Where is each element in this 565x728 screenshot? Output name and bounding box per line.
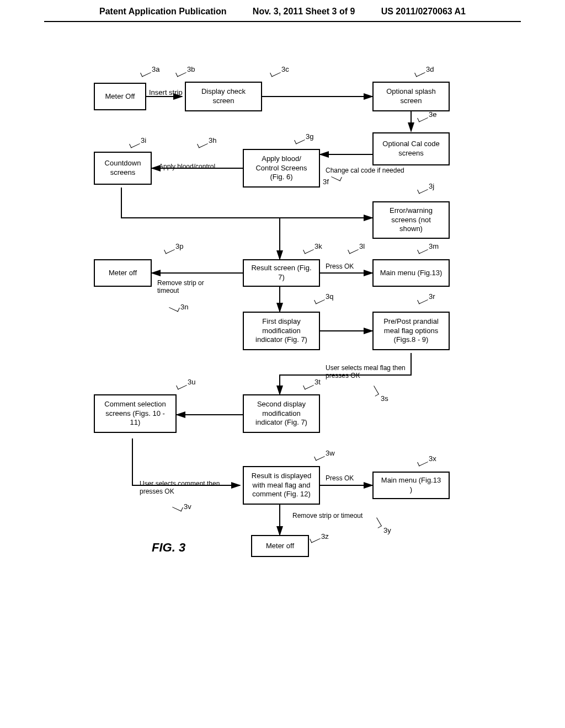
document-header: Patent Application Publication Nov. 3, 2…	[44, 0, 521, 22]
ref-label-3h: 3h	[209, 136, 216, 144]
ref-label-3d: 3d	[426, 65, 434, 73]
ref-label-3n: 3n	[180, 303, 188, 311]
ref-label-3f: 3f	[323, 178, 329, 186]
ref-label-3z: 3z	[321, 532, 329, 540]
arrow-label-change-cal: Change cal code if needed	[326, 167, 404, 174]
ref-label-3b: 3b	[187, 65, 195, 73]
ref-label-3q: 3q	[326, 292, 333, 301]
header-right: US 2011/0270063 A1	[381, 7, 466, 17]
box-meter-off: Meter Off	[94, 83, 146, 110]
arrow-label-user-selects-meal: User selects meal flag then presses OK	[326, 364, 414, 379]
box-meter-off-2: Meter off	[94, 259, 152, 287]
box-meter-off-3: Meter off	[251, 535, 309, 557]
ref-label-3v: 3v	[184, 502, 191, 511]
ref-tick	[270, 69, 281, 77]
ref-label-3k: 3k	[315, 242, 322, 250]
arrow-label-insert-strip: Insert strip	[149, 88, 183, 97]
arrow-label-user-selects-comment: User selects comment then presses OK	[140, 480, 228, 495]
box-countdown: Countdown screens	[94, 152, 152, 185]
box-result-displayed: Result is displayed with meal flag and c…	[243, 466, 320, 505]
box-display-check: Display check screen	[185, 82, 262, 111]
box-cal-code: Optional Cal code screens	[372, 132, 450, 165]
ref-label-3m: 3m	[429, 242, 439, 250]
arrow-label-press-ok-1: Press OK	[326, 263, 354, 270]
box-second-display-mod: Second display modification indicator (F…	[243, 394, 320, 433]
ref-label-3x: 3x	[429, 454, 436, 463]
ref-label-3e: 3e	[429, 110, 436, 119]
ref-label-3c: 3c	[281, 65, 289, 73]
flowchart-diagram: Meter Off 3a Insert strip 3b Display che…	[66, 77, 497, 629]
ref-label-3s: 3s	[381, 394, 388, 403]
ref-label-3j: 3j	[429, 182, 434, 190]
arrow-label-remove-strip-2: Remove strip or timeout	[292, 512, 363, 520]
arrow-label-remove-strip-1: Remove strip or timeout	[157, 279, 212, 295]
ref-tick	[140, 69, 151, 77]
ref-label-3w: 3w	[326, 449, 335, 457]
figure-caption: FIG. 3	[152, 540, 185, 555]
box-meal-flag-options: Pre/Post prandial meal flag options (Fig…	[372, 312, 450, 350]
ref-label-3t: 3t	[315, 378, 321, 386]
ref-label-3l: 3l	[359, 242, 365, 250]
box-splash: Optional splash screen	[372, 82, 450, 111]
ref-label-3p: 3p	[175, 242, 183, 250]
ref-label-3y: 3y	[383, 526, 391, 534]
ref-tick	[414, 69, 425, 77]
box-main-menu-1: Main menu (Fig.13)	[372, 259, 450, 287]
ref-tick	[175, 69, 186, 77]
header-left: Patent Application Publication	[99, 7, 227, 17]
ref-label-3a: 3a	[152, 65, 159, 73]
ref-label-3g: 3g	[306, 132, 313, 141]
box-result-screen: Result screen (Fig. 7)	[243, 259, 320, 287]
ref-label-3i: 3i	[141, 136, 146, 144]
ref-label-3r: 3r	[429, 292, 435, 301]
arrow-label-apply-blood: Apply blood/control	[159, 163, 236, 170]
header-center: Nov. 3, 2011 Sheet 3 of 9	[253, 7, 355, 17]
box-comment-selection: Comment selection screens (Figs. 10 - 11…	[94, 394, 177, 433]
box-main-menu-2: Main menu (Fig.13 )	[372, 472, 450, 499]
ref-label-3u: 3u	[188, 378, 195, 386]
box-first-display-mod: First display modification indicator (Fi…	[243, 312, 320, 350]
box-error-warning: Error/warning screens (not shown)	[372, 201, 450, 239]
box-apply-blood-screen: Apply blood/ Control Screens (Fig. 6)	[243, 149, 320, 188]
arrow-label-press-ok-2: Press OK	[326, 474, 354, 482]
